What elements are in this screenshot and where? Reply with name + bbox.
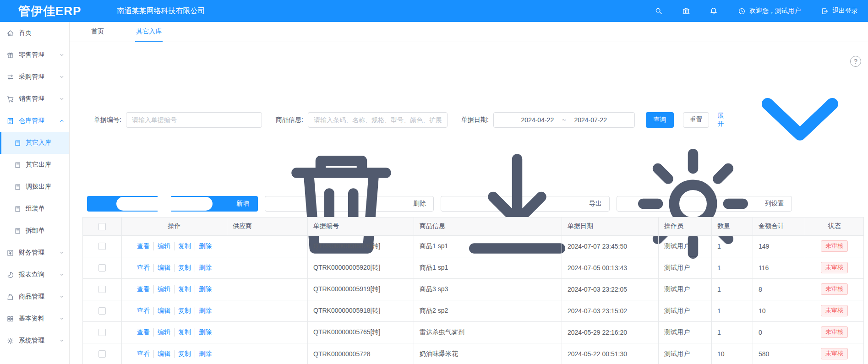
sidebar-item-assembly[interactable]: 组装单 — [0, 198, 69, 220]
export-button[interactable]: 导出 — [441, 196, 610, 212]
cell-supplier — [227, 343, 308, 364]
sidebar-item-reports[interactable]: 报表查询 — [0, 264, 69, 286]
clock-icon — [738, 7, 746, 15]
copy-link[interactable]: 复制 — [174, 307, 195, 315]
date-start[interactable]: 2024-04-22 — [521, 116, 554, 124]
column-header: 单据编号 — [308, 217, 414, 235]
view-link[interactable]: 查看 — [133, 350, 153, 358]
logout-button[interactable]: 退出登录 — [821, 7, 858, 15]
reset-button[interactable]: 重置 — [683, 112, 709, 128]
sidebar-item-finance[interactable]: 财务管理 — [0, 242, 69, 264]
column-header: 供应商 — [227, 217, 308, 235]
view-link[interactable]: 查看 — [133, 285, 153, 293]
sidebar-item-label: 组装单 — [26, 205, 45, 213]
doc-sub-icon — [14, 228, 21, 234]
cell-date: 2024-05-22 00:51:30 — [562, 343, 659, 364]
table-row: 查看编辑复制删除QTRK00000005765[转]雷达杀虫气雾剂2024-05… — [83, 321, 864, 343]
cell-supplier — [227, 300, 308, 321]
product-info-label: 商品信息: — [276, 116, 303, 124]
row-checkbox[interactable] — [98, 350, 106, 358]
cell-operator: 测试用户 — [659, 300, 712, 321]
sidebar-item-other-outbound[interactable]: 其它出库 — [0, 154, 69, 176]
edit-link[interactable]: 编辑 — [153, 242, 174, 250]
tab-bar: 首页 其它入库 — [70, 22, 868, 42]
sidebar-menu: 首页零售管理采购管理销售管理仓库管理其它入库其它出库调拨出库组装单拆卸单财务管理… — [0, 22, 69, 352]
copy-link[interactable]: 复制 — [174, 350, 195, 358]
sidebar-item-transfer-outbound[interactable]: 调拨出库 — [0, 176, 69, 198]
edit-link[interactable]: 编辑 — [153, 285, 174, 293]
cell-supplier — [227, 235, 308, 257]
data-table-area: 操作供应商单据编号商品信息单据日期操作员数量金额合计状态 查看编辑复制删除QTR… — [82, 217, 863, 364]
bank-icon[interactable] — [682, 7, 690, 15]
row-checkbox[interactable] — [98, 307, 106, 315]
chevron-down-icon — [59, 96, 65, 102]
row-checkbox-cell — [83, 343, 122, 364]
cell-operator: 测试用户 — [659, 321, 712, 343]
cell-actions: 查看编辑复制删除 — [122, 300, 227, 321]
sidebar-item-warehouse[interactable]: 仓库管理 — [0, 110, 69, 132]
search-icon[interactable] — [655, 7, 663, 15]
row-checkbox-cell — [83, 321, 122, 343]
cell-date: 2024-07-05 00:13:43 — [562, 257, 659, 278]
table-row: 查看编辑复制删除QTRK00000005919[转]商品3 sp32024-07… — [83, 278, 864, 300]
copy-link[interactable]: 复制 — [174, 242, 195, 250]
tab-other-inbound[interactable]: 其它入库 — [135, 22, 163, 42]
date-range-picker[interactable]: 2024-04-22 ~ 2024-07-22 — [493, 112, 635, 128]
select-all-checkbox[interactable] — [98, 223, 106, 230]
search-button[interactable]: 查询 — [646, 112, 674, 128]
bill-no-input[interactable] — [126, 112, 262, 128]
edit-link[interactable]: 编辑 — [153, 328, 174, 337]
status-badge: 未审核 — [821, 283, 848, 295]
copy-link[interactable]: 复制 — [174, 264, 195, 272]
sidebar-item-purchase[interactable]: 采购管理 — [0, 66, 69, 88]
delete-button[interactable]: 删除 — [265, 196, 434, 212]
copy-link[interactable]: 复制 — [174, 285, 195, 293]
delete-link[interactable]: 删除 — [195, 242, 215, 250]
date-end[interactable]: 2024-07-22 — [574, 116, 607, 124]
delete-link[interactable]: 删除 — [195, 285, 215, 293]
help-button[interactable]: ? — [850, 56, 861, 67]
view-link[interactable]: 查看 — [133, 264, 153, 272]
view-link[interactable]: 查看 — [133, 307, 153, 315]
sidebar-item-sales[interactable]: 销售管理 — [0, 88, 69, 110]
sidebar-item-home[interactable]: 首页 — [0, 22, 69, 44]
sidebar-item-disassembly[interactable]: 拆卸单 — [0, 220, 69, 242]
wallet-icon — [6, 249, 14, 257]
welcome-user[interactable]: 欢迎您，测试用户 — [738, 7, 801, 15]
sidebar-item-other-inbound[interactable]: 其它入库 — [0, 132, 69, 154]
bell-icon[interactable] — [710, 7, 718, 15]
row-checkbox[interactable] — [98, 329, 106, 336]
row-checkbox[interactable] — [98, 286, 106, 293]
product-info-input[interactable] — [308, 112, 448, 128]
row-checkbox[interactable] — [98, 264, 106, 272]
view-link[interactable]: 查看 — [133, 242, 153, 250]
cell-product: 奶油味爆米花 — [414, 343, 562, 364]
home-icon — [6, 29, 14, 37]
column-header: 操作 — [122, 217, 227, 235]
edit-link[interactable]: 编辑 — [153, 307, 174, 315]
delete-link[interactable]: 删除 — [195, 350, 215, 358]
sidebar-item-label: 报表查询 — [19, 271, 44, 279]
delete-link[interactable]: 删除 — [195, 328, 215, 337]
sidebar-item-retail[interactable]: 零售管理 — [0, 44, 69, 66]
sidebar-item-products[interactable]: 商品管理 — [0, 286, 69, 308]
add-button[interactable]: 新增 — [87, 196, 258, 212]
edit-link[interactable]: 编辑 — [153, 350, 174, 358]
column-settings-button[interactable]: 列设置 — [617, 196, 792, 212]
bill-no-label: 单据编号: — [94, 116, 121, 124]
sidebar-item-label: 首页 — [19, 29, 32, 37]
view-link[interactable]: 查看 — [133, 328, 153, 337]
delete-link[interactable]: 删除 — [195, 264, 215, 272]
chevron-down-icon — [721, 353, 858, 364]
edit-link[interactable]: 编辑 — [153, 264, 174, 272]
sidebar-item-basic-data[interactable]: 基本资料 — [0, 308, 69, 330]
table-row: 查看编辑复制删除QTRK00000005926[转]商品1 sp12024-07… — [83, 235, 864, 257]
copy-link[interactable]: 复制 — [174, 328, 195, 337]
row-checkbox[interactable] — [98, 243, 106, 250]
sidebar-item-system[interactable]: 系统管理 — [0, 330, 69, 352]
delete-link[interactable]: 删除 — [195, 307, 215, 315]
tab-home[interactable]: 首页 — [90, 22, 105, 42]
export-label: 导出 — [589, 200, 602, 208]
cell-date: 2024-07-07 23:45:50 — [562, 235, 659, 257]
sidebar-item-label: 其它入库 — [26, 139, 51, 147]
